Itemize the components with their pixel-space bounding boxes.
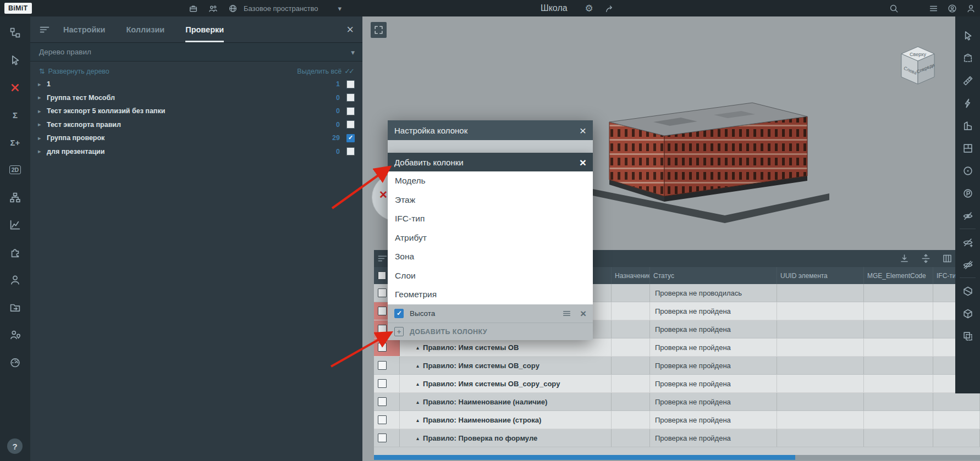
zone-button[interactable] — [955, 159, 980, 182]
rules-tree-selector[interactable]: Дерево правил ▾ — [30, 43, 362, 62]
projects-button[interactable] — [186, 2, 200, 15]
row-checkbox[interactable] — [378, 434, 387, 442]
collapse-icon[interactable]: ▴ — [416, 417, 419, 423]
row-checkbox[interactable] — [378, 288, 387, 297]
tree-item-checkbox[interactable] — [346, 134, 355, 142]
hide-similar-button[interactable] — [955, 231, 980, 253]
row-checkbox[interactable] — [378, 307, 387, 315]
row-checkbox[interactable] — [378, 325, 387, 334]
floor-plan-button[interactable] — [955, 137, 980, 159]
row-checkbox[interactable] — [378, 379, 387, 388]
tree-item-checkbox[interactable] — [346, 93, 355, 102]
workspace-selector[interactable]: Базовое пространство ▾ — [244, 0, 342, 16]
help-button[interactable]: ? — [7, 438, 23, 454]
column-option[interactable]: Зона — [388, 247, 593, 266]
structure-button[interactable] — [0, 184, 30, 211]
app-logo[interactable]: BiMiT — [4, 3, 32, 14]
tree-item[interactable]: ▸ для презентации 0 — [30, 145, 362, 159]
collisions-tool-button[interactable] — [0, 74, 30, 101]
close-modal-icon[interactable]: × — [580, 125, 586, 136]
view-cube[interactable]: Сверху Слева Спереди — [895, 42, 941, 87]
table-row[interactable]: ▴ Правило: Проверка по формуле Проверка … — [374, 429, 980, 447]
column-option[interactable]: IFC-тип — [388, 209, 593, 229]
horizontal-scrollbar[interactable] — [374, 455, 980, 460]
table-row[interactable]: ▴ Правило: Наименование (строка) Проверк… — [374, 411, 980, 429]
tree-item[interactable]: ▸ Тест экспорта правил 0 — [30, 118, 362, 132]
table-menu-icon[interactable] — [377, 253, 388, 264]
row-checkbox[interactable] — [378, 361, 387, 370]
plugins-button[interactable] — [0, 238, 30, 266]
project-settings-button[interactable]: ⚙ — [582, 2, 596, 15]
isolate-button[interactable] — [955, 302, 980, 325]
fit-view-button[interactable] — [371, 22, 387, 38]
column-option[interactable]: Модель — [388, 171, 593, 191]
transparency-button[interactable] — [955, 325, 980, 347]
close-dropdown-icon[interactable]: × — [580, 157, 586, 168]
row-checkbox[interactable] — [378, 343, 387, 352]
column-row[interactable]: Высота × — [388, 304, 593, 323]
select-tool-button[interactable] — [0, 46, 30, 74]
expand-caret-icon[interactable]: ▸ — [38, 94, 46, 101]
hide-elements-button[interactable] — [955, 204, 980, 227]
add-column-row[interactable]: + ДОБАВИТЬ КОЛОНКУ — [388, 323, 593, 341]
table-row[interactable]: ▴ Правило: Имя системы ОВ_copy_copy Пров… — [374, 375, 980, 393]
sort-menu-icon[interactable] — [39, 24, 50, 35]
tree-item-checkbox[interactable] — [346, 107, 355, 115]
view-cube-top-label[interactable]: Сверху — [910, 52, 927, 57]
table-row[interactable]: ▴ Правило: Имя системы ОВ Проверка не пр… — [374, 338, 980, 357]
collapse-icon[interactable]: ▴ — [416, 435, 419, 441]
hide-others-button[interactable] — [955, 253, 980, 276]
model-tree-button[interactable] — [0, 19, 30, 46]
mode-2d-button[interactable]: 2D — [0, 156, 30, 184]
row-select-cell[interactable] — [374, 375, 400, 392]
profile-button[interactable] — [964, 2, 978, 15]
row-select-cell[interactable] — [374, 429, 400, 447]
totals-button[interactable]: Σ — [0, 101, 30, 129]
charts-button[interactable] — [0, 211, 30, 238]
row-select-cell[interactable] — [374, 357, 400, 374]
table-row[interactable]: ▴ Правило: Имя системы ОВ_copy Проверка … — [374, 357, 980, 375]
row-select-cell[interactable] — [374, 411, 400, 429]
row-checkbox[interactable] — [378, 415, 387, 424]
collapse-icon[interactable]: ▴ — [416, 363, 419, 369]
share-button[interactable] — [602, 2, 616, 15]
header-col[interactable]: UUID элемента — [777, 267, 864, 284]
remove-column-icon[interactable]: × — [580, 308, 586, 319]
panel-tab[interactable]: Проверки — [185, 16, 224, 42]
column-option[interactable]: Геометрия — [388, 285, 593, 304]
users-button[interactable] — [0, 266, 30, 293]
section-plane-button[interactable] — [955, 280, 980, 302]
account-button[interactable] — [945, 2, 959, 15]
tree-item[interactable]: ▸ Тест экспорт 5 коллизий без папки 0 — [30, 104, 362, 118]
scrollbar-thumb[interactable] — [374, 455, 795, 460]
select-all-checkbox[interactable] — [378, 271, 386, 280]
select-all-link[interactable]: Выделить всё ✓✓ — [297, 67, 355, 75]
tree-item[interactable]: ▸ Группа проверок 29 — [30, 131, 362, 145]
export-button[interactable] — [0, 293, 30, 321]
expand-caret-icon[interactable]: ▸ — [38, 135, 46, 142]
expand-tree-link[interactable]: ⇅ Развернуть дерево — [39, 67, 109, 75]
team-button[interactable] — [206, 2, 220, 15]
fit-rows-icon[interactable] — [921, 253, 931, 264]
expand-caret-icon[interactable]: ▸ — [38, 148, 46, 155]
space-button[interactable] — [225, 2, 240, 15]
section-box-button[interactable] — [955, 47, 980, 69]
import-icon[interactable] — [899, 253, 910, 264]
parking-button[interactable] — [955, 182, 980, 204]
expand-caret-icon[interactable]: ▸ — [38, 81, 46, 88]
column-option[interactable]: Слои — [388, 266, 593, 286]
collapse-icon[interactable]: ▴ — [416, 345, 419, 351]
dashboard-button[interactable] — [0, 348, 30, 376]
header-col[interactable]: MGE_ElementCode — [864, 267, 933, 284]
row-select-cell[interactable] — [374, 393, 400, 410]
user-location-button[interactable] — [0, 321, 30, 348]
collapse-icon[interactable]: ▴ — [416, 381, 419, 387]
header-col[interactable]: Назначение — [612, 267, 650, 284]
tree-item[interactable]: ▸ Группа тест Мособл 0 — [30, 91, 362, 105]
tree-item-checkbox[interactable] — [346, 147, 355, 155]
measure-button[interactable] — [955, 69, 980, 92]
building-button[interactable] — [955, 114, 980, 137]
select-button[interactable] — [955, 24, 980, 47]
tree-item[interactable]: ▸ 1 1 — [30, 77, 362, 91]
column-option[interactable]: Атрибут — [388, 229, 593, 248]
